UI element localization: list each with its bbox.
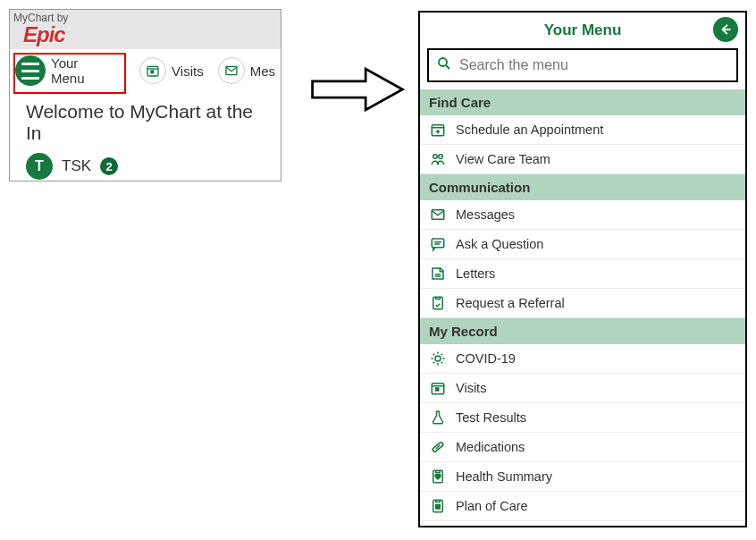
hamburger-menu-button[interactable] xyxy=(15,55,46,86)
svg-point-3 xyxy=(439,58,447,66)
menu-item-label: Medications xyxy=(456,440,525,454)
svg-point-5 xyxy=(433,155,438,159)
calendar-icon xyxy=(139,57,166,84)
mychart-home-panel: MyChart by Epic Your Menu Visits xyxy=(9,9,281,181)
menu-item[interactable]: View Care Team xyxy=(420,145,745,174)
care-team-icon xyxy=(429,150,447,168)
menu-item-label: Ask a Question xyxy=(456,237,543,251)
menu-item-label: Test Results xyxy=(456,410,526,425)
menu-item[interactable]: Schedule an Appointment xyxy=(420,115,745,145)
menu-item[interactable]: Test Results xyxy=(420,403,745,433)
menu-item-label: Health Summary xyxy=(456,469,552,484)
pill-icon xyxy=(429,438,447,456)
section-header: Find Care xyxy=(420,89,745,115)
top-nav: Your Menu Visits Mes xyxy=(10,49,281,92)
menu-item[interactable]: Health Summary xyxy=(420,462,745,492)
envelope-icon xyxy=(429,206,447,224)
menu-item[interactable]: Messages xyxy=(420,200,745,230)
avatar: T xyxy=(26,153,53,180)
menu-item-label: Request a Referral xyxy=(456,296,565,310)
chat-icon xyxy=(429,235,447,253)
menu-item[interactable]: Plan of Care xyxy=(420,492,745,521)
menu-item-label: Plan of Care xyxy=(456,499,528,513)
visits-nav-button[interactable]: Visits xyxy=(139,57,204,84)
user-name: TSK xyxy=(62,157,91,175)
calendar-plus-icon xyxy=(429,121,447,139)
epic-logo: Epic xyxy=(23,22,65,47)
menu-item-label: COVID-19 xyxy=(456,351,516,366)
svg-point-6 xyxy=(439,155,443,159)
search-box[interactable] xyxy=(427,48,738,82)
section-header: My Record xyxy=(420,318,745,344)
user-row[interactable]: T TSK 2 xyxy=(10,149,281,181)
menu-scroll-area[interactable]: Find CareSchedule an AppointmentView Car… xyxy=(420,89,745,526)
heart-clipboard-icon xyxy=(429,468,447,485)
letter-icon xyxy=(429,265,447,283)
plan-icon xyxy=(429,497,447,515)
arrow-left-icon xyxy=(718,22,733,37)
envelope-icon xyxy=(218,57,245,84)
menu-title: Your Menu xyxy=(544,21,622,39)
menu-item[interactable]: Medications xyxy=(420,433,745,462)
svg-rect-1 xyxy=(151,71,154,73)
svg-point-10 xyxy=(435,356,441,361)
back-button[interactable] xyxy=(713,17,738,42)
search-icon xyxy=(436,55,452,75)
menu-panel: Your Menu Find CareSchedule an Appointme… xyxy=(418,11,747,527)
menu-item-label: Messages xyxy=(456,207,515,222)
menu-item-label: View Care Team xyxy=(456,152,550,166)
menu-item[interactable]: Visits xyxy=(420,374,745,403)
menu-item[interactable]: COVID-19 xyxy=(420,344,745,374)
svg-rect-8 xyxy=(432,239,444,248)
section-header: Communication xyxy=(420,174,745,200)
arrow-right-icon xyxy=(308,63,407,116)
menu-item[interactable]: Preventive Care xyxy=(420,521,745,526)
referral-icon xyxy=(429,294,447,312)
menu-item-label: Letters xyxy=(456,266,495,281)
svg-rect-12 xyxy=(436,388,439,391)
virus-icon xyxy=(429,350,447,367)
svg-rect-16 xyxy=(436,505,441,510)
notification-badge: 2 xyxy=(100,157,118,175)
messages-nav-button[interactable]: Mes xyxy=(218,57,275,84)
menu-item-label: Schedule an Appointment xyxy=(456,122,603,137)
menu-item[interactable]: Ask a Question xyxy=(420,230,745,259)
your-menu-label: Your Menu xyxy=(51,55,114,86)
menu-item-label: Visits xyxy=(456,381,486,395)
flask-icon xyxy=(429,409,447,426)
menu-item[interactable]: Request a Referral xyxy=(420,289,745,318)
menu-item[interactable]: Letters xyxy=(420,259,745,289)
search-input[interactable] xyxy=(458,56,729,74)
calendar-icon xyxy=(429,379,447,397)
welcome-heading: Welcome to MyChart at the In xyxy=(10,92,281,149)
